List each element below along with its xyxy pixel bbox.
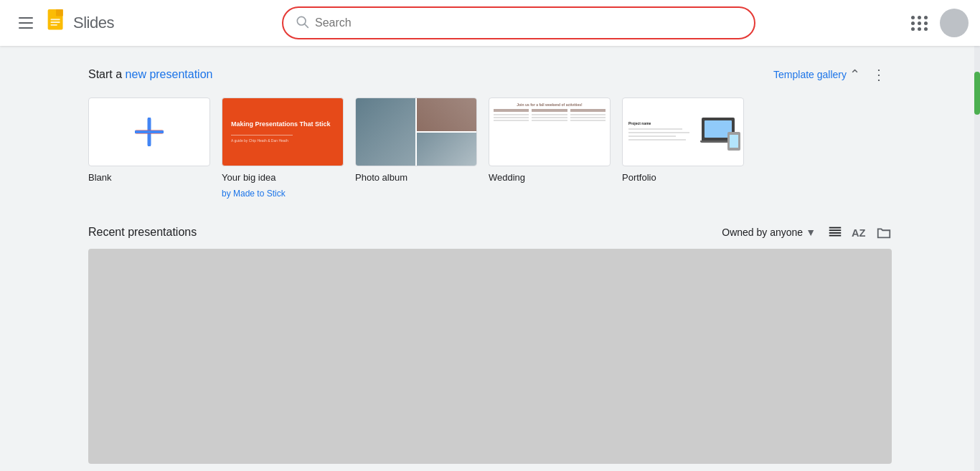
chevron-icon: ⌃ — [849, 67, 860, 82]
template-photo-album[interactable]: Photo album — [355, 97, 477, 183]
header-right — [882, 9, 969, 37]
wedding-col-2 — [532, 109, 567, 123]
svg-rect-8 — [829, 227, 842, 229]
templates-section: Start a new presentation Template galler… — [60, 46, 920, 210]
apps-button[interactable] — [905, 9, 934, 37]
sort-button[interactable]: AZ — [852, 224, 867, 240]
more-options-icon[interactable]: ⋮ — [866, 63, 892, 86]
photo-1 — [356, 98, 415, 166]
portfolio-label: Portfolio — [622, 172, 744, 183]
menu-button[interactable] — [11, 9, 40, 37]
wedding-thumbnail: Join us for a fall weekend of activities… — [489, 97, 611, 166]
new-presentation-link[interactable]: new presentation — [126, 68, 213, 80]
templates-header: Start a new presentation Template galler… — [88, 63, 892, 86]
header-left: Slides — [11, 9, 155, 37]
dropdown-arrow-icon: ▼ — [806, 227, 816, 238]
wedding-label: Wedding — [489, 172, 611, 183]
wedding-col-1 — [494, 109, 529, 123]
search-container — [155, 6, 882, 39]
scrollbar[interactable] — [974, 0, 980, 471]
app-header: Slides — [0, 0, 980, 46]
recent-header: Recent presentations Owned by anyone ▼ — [88, 210, 892, 249]
ybi-subtitle-text: A guide by Chip Heath & Dan Heath — [231, 138, 288, 143]
blank-thumbnail — [88, 97, 210, 166]
ybi-title-text: Making Presentations That Stick — [231, 120, 331, 129]
template-your-big-idea[interactable]: Making Presentations That Stick A guide … — [222, 97, 344, 199]
owned-by-label: Owned by anyone — [722, 227, 803, 238]
svg-rect-10 — [829, 232, 842, 234]
template-blank[interactable]: Blank — [88, 97, 210, 183]
wedding-title-text: Join us for a fall weekend of activities… — [494, 103, 606, 107]
portfolio-title-bar: Project name — [628, 121, 696, 125]
svg-rect-3 — [50, 19, 60, 20]
portfolio-thumbnail: Project name — [622, 97, 744, 166]
search-box — [282, 6, 755, 39]
svg-rect-11 — [829, 235, 842, 237]
photo-album-label: Photo album — [355, 172, 477, 183]
recent-label: Recent presentations — [88, 226, 197, 239]
wedding-col-3 — [570, 109, 606, 123]
your-big-idea-thumbnail: Making Presentations That Stick A guide … — [222, 97, 344, 166]
photo-3 — [417, 133, 476, 166]
plus-icon — [135, 118, 164, 146]
scrollbar-thumb[interactable] — [974, 72, 980, 115]
your-big-idea-sublabel: by Made to Stick — [222, 189, 344, 199]
portfolio-text-area: Project name — [628, 121, 696, 143]
svg-rect-4 — [50, 22, 60, 23]
search-icon — [295, 14, 309, 32]
main-content: Start a new presentation Template galler… — [0, 46, 980, 464]
recent-section: Recent presentations Owned by anyone ▼ — [60, 210, 920, 464]
list-view-button[interactable] — [827, 224, 843, 240]
slides-logo-icon — [46, 9, 67, 37]
template-wedding[interactable]: Join us for a fall weekend of activities… — [489, 97, 611, 183]
template-gallery-button[interactable]: Template gallery ⌃ — [773, 67, 860, 82]
photo-2 — [417, 98, 476, 131]
wedding-columns — [494, 109, 606, 123]
search-input[interactable] — [309, 16, 743, 29]
owned-by-button[interactable]: Owned by anyone ▼ — [722, 227, 816, 238]
folder-view-button[interactable] — [876, 224, 892, 240]
template-portfolio[interactable]: Project name — [622, 97, 744, 183]
templates-grid: Blank Making Presentations That Stick A … — [88, 97, 892, 199]
app-name-label: Slides — [73, 14, 114, 32]
svg-text:AZ: AZ — [852, 227, 866, 239]
your-big-idea-label: Your big idea — [222, 172, 344, 183]
ybi-line — [231, 135, 293, 135]
recent-controls: Owned by anyone ▼ AZ — [722, 224, 892, 240]
svg-rect-9 — [829, 229, 842, 231]
avatar[interactable] — [940, 9, 969, 37]
portfolio-device-area — [702, 118, 738, 146]
svg-rect-5 — [50, 24, 57, 26]
svg-line-7 — [305, 24, 308, 27]
recent-content-area — [88, 249, 892, 464]
photo-album-thumbnail — [355, 97, 477, 166]
view-icons: AZ — [827, 224, 892, 240]
start-new-label: Start a new presentation — [88, 68, 212, 81]
template-gallery-label: Template gallery — [773, 69, 847, 80]
blank-label: Blank — [88, 172, 210, 183]
